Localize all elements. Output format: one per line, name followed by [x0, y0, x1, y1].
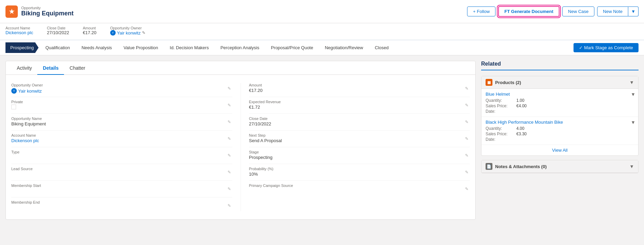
- field-value-lead-source: [11, 172, 232, 178]
- field-label-opportunity-name: Opportunity Name: [11, 117, 232, 121]
- field-label-close-date: Close Date: [249, 117, 470, 121]
- edit-icon-account-name[interactable]: ✎: [228, 136, 231, 141]
- tab-chatter[interactable]: Chatter: [64, 61, 91, 75]
- checkbox-private[interactable]: [11, 105, 16, 109]
- field-lead-source: Lead Source✎: [11, 164, 232, 181]
- field-label-type: Type: [11, 150, 232, 154]
- field-amount: Amount€17.20✎: [249, 80, 470, 97]
- product-detail-row: Date:: [486, 137, 634, 142]
- field-value-primary-campaign: [249, 188, 470, 194]
- edit-icon-membership-end[interactable]: ✎: [228, 203, 231, 208]
- product-detail-row: Quantity:4.00: [486, 126, 634, 131]
- edit-icon-next-step[interactable]: ✎: [465, 136, 468, 141]
- stage-item-id-decision-makers[interactable]: Id. Decision Makers: [163, 42, 214, 53]
- edit-icon-type[interactable]: ✎: [228, 153, 231, 158]
- edit-icon-probability[interactable]: ✎: [465, 170, 468, 175]
- view-all-products-link[interactable]: View All: [481, 145, 638, 155]
- product-detail-label: Quantity:: [486, 98, 516, 103]
- edit-icon-lead-source[interactable]: ✎: [228, 170, 231, 175]
- product-detail-label: Date:: [486, 109, 516, 114]
- form-left-col: Opportunity OwnerYYair konwitz✎Private✎O…: [11, 80, 232, 214]
- product-dropdown-blue-helmet[interactable]: ▼: [631, 92, 635, 97]
- notes-dropdown-icon[interactable]: ▼: [629, 164, 634, 169]
- new-note-dropdown-button[interactable]: ▼: [628, 6, 639, 16]
- field-value-opportunity-name: Biking Equipment: [11, 121, 232, 127]
- field-link-opportunity-owner[interactable]: Yair konwitz: [18, 89, 42, 94]
- field-expected-revenue: Expected Revenue€1.72✎: [249, 97, 470, 114]
- edit-icon-stage[interactable]: ✎: [465, 153, 468, 158]
- notes-card-title: 📄 Notes & Attachments (0): [486, 163, 546, 170]
- stage-item-closed[interactable]: Closed: [368, 42, 393, 53]
- field-value-probability: 10%: [249, 172, 470, 178]
- product-dropdown-black-mountain-bike[interactable]: ▼: [631, 120, 635, 125]
- field-membership-start: Membership Start✎: [11, 181, 232, 198]
- field-label-next-step: Next Step: [249, 133, 470, 137]
- product-name-blue-helmet[interactable]: Blue Helmet: [486, 92, 510, 97]
- product-name-black-mountain-bike[interactable]: Black High Performance Mountain Bike: [486, 120, 563, 125]
- follow-button[interactable]: + Follow: [467, 6, 495, 16]
- stage-bar: ProspectingQualificationNeeds AnalysisVa…: [0, 40, 644, 55]
- field-value-close-date: 27/10/2022: [249, 121, 470, 127]
- edit-icon-private[interactable]: ✎: [228, 103, 231, 108]
- meta-account-name: Account Name Dickenson plc: [5, 26, 33, 36]
- stage-item-perception-analysis[interactable]: Perception Analysis: [214, 42, 264, 53]
- tab-activity[interactable]: Activity: [11, 61, 37, 75]
- tabs: ActivityDetailsChatter: [6, 61, 475, 75]
- field-opportunity-name: Opportunity NameBiking Equipment✎: [11, 114, 232, 131]
- page-title: Biking Equipment: [21, 10, 74, 17]
- mark-stage-complete-button[interactable]: ✓ Mark Stage as Complete: [574, 43, 639, 52]
- stage-item-value-proposition[interactable]: Value Proposition: [117, 42, 163, 53]
- field-probability: Probability (%)10%✎: [249, 164, 470, 181]
- product-icon: ▦: [486, 79, 492, 86]
- left-panel: ActivityDetailsChatter Opportunity Owner…: [5, 61, 476, 220]
- edit-icon-opportunity-owner[interactable]: ✎: [228, 86, 231, 91]
- new-note-button[interactable]: New Note: [597, 6, 628, 16]
- product-item-blue-helmet: Blue HelmetQuantity:1.00Sales Price:€4.0…: [481, 89, 638, 117]
- tab-details[interactable]: Details: [37, 61, 64, 75]
- field-private: Private✎: [11, 97, 232, 114]
- field-type: Type✎: [11, 147, 232, 164]
- field-label-primary-campaign: Primary Campaign Source: [249, 183, 470, 188]
- account-name-link[interactable]: Dickenson plc: [5, 30, 33, 35]
- stage-item-needs-analysis[interactable]: Needs Analysis: [75, 42, 117, 53]
- field-value-expected-revenue: €1.72: [249, 105, 470, 111]
- edit-icon-expected-revenue[interactable]: ✎: [465, 103, 468, 108]
- product-detail-value: €4.00: [516, 104, 527, 108]
- product-detail-row: Sales Price:€4.00: [486, 104, 634, 108]
- new-case-button[interactable]: New Case: [562, 6, 594, 16]
- close-date-label: Close Date: [47, 26, 69, 30]
- field-stage: StageProspecting✎: [249, 147, 470, 164]
- edit-icon-membership-start[interactable]: ✎: [228, 187, 231, 191]
- edit-icon-primary-campaign[interactable]: ✎: [465, 187, 468, 191]
- owner-value: Y Yair konwitz ✎: [110, 30, 145, 36]
- field-link-account-name[interactable]: Dickenson plc: [11, 138, 39, 143]
- header-title-block: Opportunity Biking Equipment: [21, 6, 74, 17]
- stage-item-qualification[interactable]: Qualification: [39, 42, 75, 53]
- products-dropdown-icon[interactable]: ▼: [629, 80, 634, 85]
- header-subtitle: Opportunity: [21, 6, 74, 10]
- product-detail-value: 4.00: [516, 126, 524, 131]
- stage-item-proposal-price-quote[interactable]: Proposal/Price Quote: [264, 42, 318, 53]
- product-details-blue-helmet: Quantity:1.00Sales Price:€4.00Date:: [486, 98, 634, 114]
- field-label-stage: Stage: [249, 150, 470, 154]
- product-item-black-mountain-bike: Black High Performance Mountain BikeQuan…: [481, 117, 638, 145]
- field-label-probability: Probability (%): [249, 167, 470, 171]
- meta-row: Account Name Dickenson plc Close Date 27…: [0, 23, 644, 40]
- stage-item-negotiation-review[interactable]: Negotiation/Review: [318, 42, 368, 53]
- edit-icon-opportunity-name[interactable]: ✎: [228, 120, 231, 124]
- account-name-value: Dickenson plc: [5, 30, 33, 35]
- amount-value: €17.20: [83, 30, 96, 35]
- edit-icon-close-date[interactable]: ✎: [465, 120, 468, 124]
- owner-link[interactable]: Yair konwitz: [117, 30, 141, 36]
- owner-label: Opportunity Owner: [110, 26, 145, 30]
- products-card: ▦ Products (2) ▼ Blue HelmetQuantity:1.0…: [481, 76, 639, 156]
- owner-edit-icon[interactable]: ✎: [142, 30, 145, 35]
- generate-document-button[interactable]: FT Generate Document: [498, 6, 559, 17]
- stage-items: ProspectingQualificationNeeds AnalysisVa…: [5, 42, 574, 53]
- owner-avatar: Y: [110, 30, 116, 36]
- field-opportunity-owner: Opportunity OwnerYYair konwitz✎: [11, 80, 232, 97]
- edit-icon-amount[interactable]: ✎: [465, 86, 468, 91]
- field-label-expected-revenue: Expected Revenue: [249, 100, 470, 104]
- field-value-stage: Prospecting: [249, 155, 470, 161]
- stage-item-prospecting[interactable]: Prospecting: [5, 42, 39, 53]
